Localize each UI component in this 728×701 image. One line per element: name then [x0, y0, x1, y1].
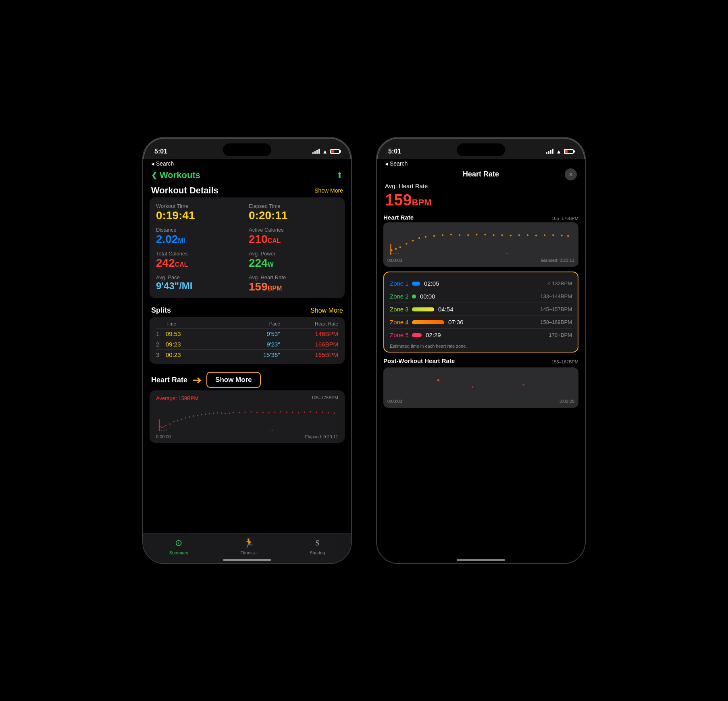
dynamic-island-2: [457, 143, 505, 156]
heart-rate-chart-svg: [156, 403, 338, 431]
tab-sharing[interactable]: S Sharing: [310, 537, 325, 555]
stat-active-cal: Active Calories 210CAL: [249, 227, 338, 245]
svg-point-27: [274, 412, 275, 413]
stat-label-active-cal: Active Calories: [249, 227, 338, 233]
svg-point-80: [522, 384, 524, 386]
zone-row-2: Zone 2 00:00 133–144BPM: [390, 290, 572, 303]
svg-point-16: [217, 412, 218, 414]
svg-point-77: [508, 253, 508, 254]
arrow-annotation: ➜: [192, 373, 202, 387]
svg-point-52: [425, 236, 426, 238]
zone-4-indicator: [412, 320, 444, 324]
stat-value-avg-hr: 159BPM: [249, 281, 338, 292]
splits-show-more[interactable]: Show More: [310, 307, 343, 314]
share-button[interactable]: ⬆: [336, 170, 343, 180]
home-indicator-2: [457, 559, 505, 561]
zone-3-range: 145–157BPM: [540, 306, 572, 312]
post-workout-time-labels: 0:00:00 0:00:20: [387, 397, 574, 405]
svg-point-42: [164, 430, 165, 431]
svg-point-57: [467, 234, 469, 236]
svg-point-39: [160, 430, 160, 431]
svg-point-15: [213, 413, 214, 414]
svg-point-58: [476, 234, 477, 235]
back-search-link-1[interactable]: Search: [151, 160, 174, 167]
hr-chart-title: Heart Rate: [383, 214, 414, 221]
svg-point-31: [298, 412, 299, 414]
sharing-icon: S: [312, 537, 323, 549]
stat-value-avg-power: 224W: [249, 257, 338, 269]
svg-point-33: [310, 411, 311, 413]
modal-title: Heart Rate: [463, 170, 499, 178]
svg-point-21: [239, 412, 240, 413]
fitness-plus-icon: 🏃: [243, 537, 255, 549]
splits-num-2: 2: [156, 341, 164, 348]
close-button[interactable]: ×: [565, 168, 577, 180]
splits-pace-3: 15'36'': [224, 351, 280, 358]
tab-fitness-plus-label: Fitness+: [241, 550, 258, 555]
avg-hr-label: Avg. Heart Rate: [377, 183, 585, 189]
svg-point-56: [459, 234, 460, 236]
tab-sharing-label: Sharing: [310, 550, 325, 555]
svg-point-62: [510, 234, 512, 236]
stat-total-cal: Total Calories 242CAL: [156, 251, 245, 269]
splits-time-1: 09:53: [166, 330, 222, 337]
stat-label-avg-power: Avg. Power: [249, 251, 338, 257]
avg-hr-unit: BPM: [412, 197, 432, 207]
stat-avg-power: Avg. Power 224W: [249, 251, 338, 269]
svg-point-49: [406, 243, 407, 245]
chart-time-end: Elapsed: 0:20:11: [305, 434, 338, 439]
workout-details-show-more[interactable]: Show More: [314, 187, 343, 194]
splits-header-row: Time Pace Heart Rate: [156, 321, 338, 328]
stats-card: Workout Time 0:19:41 Elapsed Time 0:20:1…: [150, 197, 345, 298]
post-workout-time-end: 0:00:20: [560, 399, 574, 404]
zone-2-time: 00:00: [420, 293, 438, 300]
stat-value-total-cal: 242CAL: [156, 257, 245, 269]
workout-details-title: Workout Details: [151, 185, 218, 196]
svg-point-23: [250, 411, 252, 413]
hr-chart-time-start: 0:00:00: [387, 258, 402, 263]
svg-point-8: [185, 417, 186, 419]
stat-value-workout-time: 0:19:41: [156, 210, 245, 221]
tab-fitness-plus[interactable]: 🏃 Fitness+: [241, 537, 258, 555]
svg-point-26: [268, 412, 270, 414]
svg-point-44: [270, 430, 271, 431]
stat-elapsed-time: Elapsed Time 0:20:11: [249, 203, 338, 221]
screen-2: Search Heart Rate × Avg. Heart Rate 159B…: [377, 159, 585, 563]
splits-hr-3: 165BPM: [282, 351, 338, 358]
stat-label-workout-time: Workout Time: [156, 203, 245, 209]
svg-point-59: [484, 234, 486, 235]
hr-chart-svg-2: [387, 226, 574, 255]
heart-rate-show-more-btn[interactable]: Show More: [206, 372, 261, 388]
dynamic-island-1: [223, 143, 271, 156]
chart-time-start: 0:00:00: [156, 434, 171, 439]
svg-point-47: [395, 248, 397, 250]
stat-value-distance: 2.02MI: [156, 234, 245, 245]
stat-value-avg-pace: 9'43"/MI: [156, 281, 245, 291]
zone-2-range: 133–144BPM: [540, 293, 572, 299]
svg-point-65: [535, 234, 537, 236]
screen-1: Search Workouts ⬆ Workout Details Show M…: [143, 159, 351, 563]
nav-bar-1: Search: [143, 159, 351, 167]
zone-1-range: < 132BPM: [547, 280, 572, 286]
signal-icon-2: [546, 149, 553, 154]
zone-row-5: Zone 5 02:29 170+BPM: [390, 329, 572, 341]
svg-point-32: [304, 412, 305, 413]
tab-summary[interactable]: ⊙ Summary: [169, 537, 188, 555]
heart-rate-header: Heart Rate ➜ Show More: [143, 369, 351, 390]
svg-point-54: [442, 234, 443, 236]
splits-card: Time Pace Heart Rate 1 09:53 9'53'' 146B…: [150, 317, 345, 364]
svg-point-10: [193, 415, 194, 417]
battery-icon-2: [564, 149, 574, 154]
svg-point-6: [177, 420, 179, 422]
stat-distance: Distance 2.02MI: [156, 227, 245, 245]
workouts-back-btn[interactable]: Workouts: [151, 170, 200, 180]
hr-chart-section: Heart Rate 105–176BPM: [377, 214, 585, 267]
zone-4-range: 158–169BPM: [540, 319, 572, 325]
svg-point-63: [518, 234, 520, 236]
back-search-link-2[interactable]: Search: [385, 160, 408, 167]
svg-point-34: [316, 412, 317, 413]
svg-point-45: [272, 430, 273, 431]
svg-point-61: [501, 234, 503, 236]
phone-1: 5:01 ▲ Search Worko: [142, 137, 352, 564]
svg-point-69: [567, 235, 569, 237]
